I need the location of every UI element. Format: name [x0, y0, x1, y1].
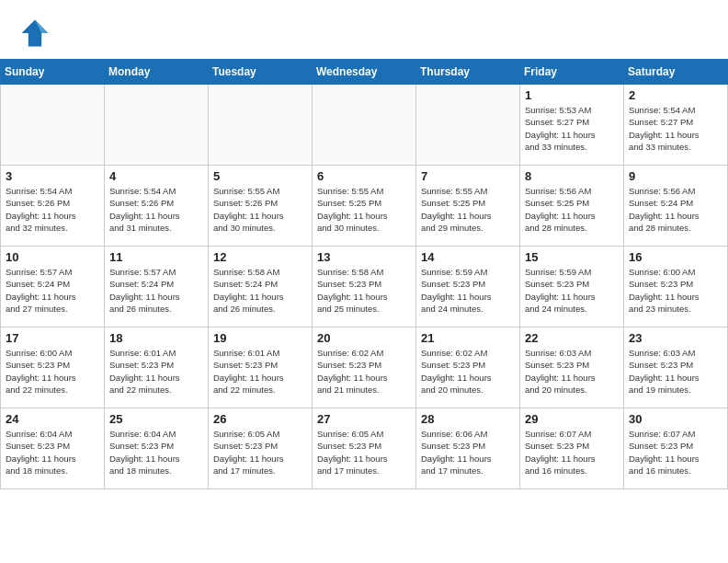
- day-info: Sunrise: 6:03 AM Sunset: 5:23 PM Dayligh…: [525, 347, 619, 396]
- calendar-week-row: 3Sunrise: 5:54 AM Sunset: 5:26 PM Daylig…: [1, 166, 728, 247]
- day-info: Sunrise: 6:04 AM Sunset: 5:23 PM Dayligh…: [109, 428, 203, 477]
- day-number: 29: [525, 412, 619, 426]
- day-info: Sunrise: 6:06 AM Sunset: 5:23 PM Dayligh…: [421, 428, 515, 477]
- day-number: 30: [629, 412, 722, 426]
- day-info: Sunrise: 6:01 AM Sunset: 5:23 PM Dayligh…: [213, 347, 307, 396]
- day-info: Sunrise: 5:55 AM Sunset: 5:26 PM Dayligh…: [213, 185, 307, 234]
- calendar-cell: 9Sunrise: 5:56 AM Sunset: 5:24 PM Daylig…: [624, 166, 728, 247]
- calendar-cell: 25Sunrise: 6:04 AM Sunset: 5:23 PM Dayli…: [105, 408, 209, 489]
- day-number: 27: [317, 412, 411, 426]
- calendar-cell: 17Sunrise: 6:00 AM Sunset: 5:23 PM Dayli…: [1, 327, 105, 408]
- day-number: 15: [525, 250, 619, 264]
- day-number: 2: [629, 88, 722, 102]
- calendar-cell: 8Sunrise: 5:56 AM Sunset: 5:25 PM Daylig…: [520, 166, 624, 247]
- header: [0, 0, 728, 59]
- calendar-cell: 6Sunrise: 5:55 AM Sunset: 5:25 PM Daylig…: [313, 166, 416, 247]
- calendar-cell: [1, 85, 105, 166]
- day-number: 21: [421, 331, 515, 345]
- calendar: SundayMondayTuesdayWednesdayThursdayFrid…: [0, 59, 728, 489]
- day-info: Sunrise: 5:57 AM Sunset: 5:24 PM Dayligh…: [109, 266, 203, 315]
- day-info: Sunrise: 5:57 AM Sunset: 5:24 PM Dayligh…: [6, 266, 99, 315]
- day-info: Sunrise: 5:55 AM Sunset: 5:25 PM Dayligh…: [421, 185, 515, 234]
- day-info: Sunrise: 5:56 AM Sunset: 5:24 PM Dayligh…: [629, 185, 722, 234]
- weekday-header: Tuesday: [209, 60, 313, 85]
- weekday-header: Monday: [105, 60, 209, 85]
- day-number: 24: [6, 412, 99, 426]
- calendar-week-row: 24Sunrise: 6:04 AM Sunset: 5:23 PM Dayli…: [1, 408, 728, 489]
- calendar-cell: 15Sunrise: 5:59 AM Sunset: 5:23 PM Dayli…: [520, 247, 624, 327]
- day-number: 20: [317, 331, 411, 345]
- weekday-header: Wednesday: [313, 60, 416, 85]
- day-number: 11: [109, 250, 203, 264]
- calendar-cell: [313, 85, 416, 166]
- calendar-cell: 2Sunrise: 5:54 AM Sunset: 5:27 PM Daylig…: [624, 85, 728, 166]
- calendar-cell: 11Sunrise: 5:57 AM Sunset: 5:24 PM Dayli…: [105, 247, 209, 327]
- day-info: Sunrise: 6:05 AM Sunset: 5:23 PM Dayligh…: [317, 428, 411, 477]
- calendar-cell: 24Sunrise: 6:04 AM Sunset: 5:23 PM Dayli…: [1, 408, 105, 489]
- logo-icon: [18, 17, 51, 50]
- calendar-cell: [416, 85, 520, 166]
- day-info: Sunrise: 6:01 AM Sunset: 5:23 PM Dayligh…: [109, 347, 203, 396]
- calendar-cell: 14Sunrise: 5:59 AM Sunset: 5:23 PM Dayli…: [416, 247, 520, 327]
- calendar-cell: 4Sunrise: 5:54 AM Sunset: 5:26 PM Daylig…: [105, 166, 209, 247]
- calendar-cell: 21Sunrise: 6:02 AM Sunset: 5:23 PM Dayli…: [416, 327, 520, 408]
- calendar-cell: 26Sunrise: 6:05 AM Sunset: 5:23 PM Dayli…: [209, 408, 313, 489]
- day-info: Sunrise: 5:58 AM Sunset: 5:24 PM Dayligh…: [213, 266, 307, 315]
- day-info: Sunrise: 6:03 AM Sunset: 5:23 PM Dayligh…: [629, 347, 722, 396]
- calendar-cell: 16Sunrise: 6:00 AM Sunset: 5:23 PM Dayli…: [624, 247, 728, 327]
- day-number: 10: [6, 250, 99, 264]
- day-info: Sunrise: 6:00 AM Sunset: 5:23 PM Dayligh…: [629, 266, 722, 315]
- calendar-cell: 7Sunrise: 5:55 AM Sunset: 5:25 PM Daylig…: [416, 166, 520, 247]
- day-info: Sunrise: 5:54 AM Sunset: 5:27 PM Dayligh…: [629, 104, 722, 153]
- calendar-week-row: 1Sunrise: 5:53 AM Sunset: 5:27 PM Daylig…: [1, 85, 728, 166]
- day-info: Sunrise: 6:04 AM Sunset: 5:23 PM Dayligh…: [6, 428, 99, 477]
- day-number: 6: [317, 169, 411, 183]
- calendar-cell: 13Sunrise: 5:58 AM Sunset: 5:23 PM Dayli…: [313, 247, 416, 327]
- calendar-cell: [105, 85, 209, 166]
- day-info: Sunrise: 6:07 AM Sunset: 5:23 PM Dayligh…: [629, 428, 722, 477]
- day-info: Sunrise: 6:02 AM Sunset: 5:23 PM Dayligh…: [421, 347, 515, 396]
- day-number: 4: [109, 169, 203, 183]
- day-number: 12: [213, 250, 307, 264]
- day-number: 16: [629, 250, 722, 264]
- calendar-cell: 20Sunrise: 6:02 AM Sunset: 5:23 PM Dayli…: [313, 327, 416, 408]
- day-number: 25: [109, 412, 203, 426]
- day-number: 28: [421, 412, 515, 426]
- calendar-cell: 1Sunrise: 5:53 AM Sunset: 5:27 PM Daylig…: [520, 85, 624, 166]
- calendar-cell: 12Sunrise: 5:58 AM Sunset: 5:24 PM Dayli…: [209, 247, 313, 327]
- day-info: Sunrise: 5:53 AM Sunset: 5:27 PM Dayligh…: [525, 104, 619, 153]
- calendar-cell: 10Sunrise: 5:57 AM Sunset: 5:24 PM Dayli…: [1, 247, 105, 327]
- calendar-cell: 28Sunrise: 6:06 AM Sunset: 5:23 PM Dayli…: [416, 408, 520, 489]
- day-info: Sunrise: 6:00 AM Sunset: 5:23 PM Dayligh…: [6, 347, 99, 396]
- day-number: 19: [213, 331, 307, 345]
- calendar-cell: 23Sunrise: 6:03 AM Sunset: 5:23 PM Dayli…: [624, 327, 728, 408]
- day-number: 18: [109, 331, 203, 345]
- weekday-header: Thursday: [416, 60, 520, 85]
- day-info: Sunrise: 5:54 AM Sunset: 5:26 PM Dayligh…: [6, 185, 99, 234]
- day-info: Sunrise: 5:54 AM Sunset: 5:26 PM Dayligh…: [109, 185, 203, 234]
- day-number: 26: [213, 412, 307, 426]
- day-info: Sunrise: 5:55 AM Sunset: 5:25 PM Dayligh…: [317, 185, 411, 234]
- day-info: Sunrise: 5:58 AM Sunset: 5:23 PM Dayligh…: [317, 266, 411, 315]
- weekday-header-row: SundayMondayTuesdayWednesdayThursdayFrid…: [1, 60, 728, 85]
- day-number: 7: [421, 169, 515, 183]
- day-info: Sunrise: 5:59 AM Sunset: 5:23 PM Dayligh…: [525, 266, 619, 315]
- day-number: 8: [525, 169, 619, 183]
- day-number: 13: [317, 250, 411, 264]
- day-info: Sunrise: 6:07 AM Sunset: 5:23 PM Dayligh…: [525, 428, 619, 477]
- calendar-cell: 5Sunrise: 5:55 AM Sunset: 5:26 PM Daylig…: [209, 166, 313, 247]
- calendar-cell: 18Sunrise: 6:01 AM Sunset: 5:23 PM Dayli…: [105, 327, 209, 408]
- day-number: 23: [629, 331, 722, 345]
- day-number: 5: [213, 169, 307, 183]
- logo: [18, 17, 55, 50]
- calendar-cell: 29Sunrise: 6:07 AM Sunset: 5:23 PM Dayli…: [520, 408, 624, 489]
- calendar-week-row: 10Sunrise: 5:57 AM Sunset: 5:24 PM Dayli…: [1, 247, 728, 327]
- calendar-cell: 19Sunrise: 6:01 AM Sunset: 5:23 PM Dayli…: [209, 327, 313, 408]
- day-info: Sunrise: 5:59 AM Sunset: 5:23 PM Dayligh…: [421, 266, 515, 315]
- calendar-cell: 27Sunrise: 6:05 AM Sunset: 5:23 PM Dayli…: [313, 408, 416, 489]
- calendar-cell: 3Sunrise: 5:54 AM Sunset: 5:26 PM Daylig…: [1, 166, 105, 247]
- calendar-cell: [209, 85, 313, 166]
- weekday-header: Sunday: [1, 60, 105, 85]
- day-number: 22: [525, 331, 619, 345]
- calendar-cell: 22Sunrise: 6:03 AM Sunset: 5:23 PM Dayli…: [520, 327, 624, 408]
